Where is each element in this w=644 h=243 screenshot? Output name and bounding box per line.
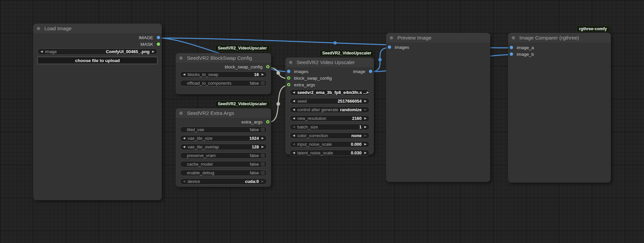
slot-dot-block-swap-config[interactable] [266, 65, 269, 68]
decrement-arrow-icon[interactable]: ◀ [293, 108, 295, 111]
node-header[interactable]: SeedVR2 Extra Args [176, 108, 271, 118]
toggle-knob[interactable] [260, 81, 265, 86]
decrement-arrow-icon[interactable]: ◀ [40, 50, 43, 53]
toggle-knob[interactable] [260, 162, 265, 167]
slot-dot-image-a[interactable] [510, 46, 513, 49]
widget-enable-debug[interactable]: enable_debug false [180, 170, 267, 176]
widget-tiled-vae[interactable]: tiled_vae false [180, 126, 267, 133]
node-preview-image[interactable]: Preview Image images [386, 33, 490, 182]
node-graph-canvas[interactable]: SeedVR2_VideoUpscaler SeedVR2_VideoUpsca… [0, 0, 644, 243]
node-header[interactable]: Image Comparer (rgthree) [508, 33, 611, 42]
decrement-arrow-icon[interactable]: ◀ [183, 137, 185, 140]
node-type-badge: rgthree-comfy [576, 26, 610, 32]
input-slot-block-swap-config: block_swap_config [285, 75, 374, 81]
increment-arrow-icon[interactable]: ▶ [152, 50, 154, 53]
node-title: Image Comparer (rgthree) [519, 35, 579, 41]
decrement-arrow-icon[interactable]: ◀ [183, 145, 185, 148]
widget-new-resolution[interactable]: ◀ new_resolution 2160 ▶ [290, 115, 370, 121]
node-load-image[interactable]: Load Image IMAGE MASK ◀ image ComfyUI_00… [33, 24, 162, 200]
widget-color-correction[interactable]: ◀ color_correction none ▶ [290, 132, 370, 139]
widget-vae-tile-overlap[interactable]: ◀ vae_tile_overlap 128 ▶ [180, 144, 267, 150]
node-extra-args[interactable]: SeedVR2 Extra Args extra_args tiled_vae … [176, 108, 271, 187]
increment-arrow-icon[interactable]: ▶ [367, 91, 369, 94]
collapse-dot-icon[interactable] [179, 112, 183, 115]
increment-arrow-icon[interactable]: ▶ [364, 143, 367, 146]
node-header[interactable]: Preview Image [386, 33, 490, 42]
decrement-arrow-icon[interactable]: ◀ [293, 143, 295, 146]
slot-dot-image-output[interactable] [369, 70, 372, 73]
increment-arrow-icon[interactable]: ▶ [364, 108, 367, 111]
increment-arrow-icon[interactable]: ▶ [364, 100, 367, 103]
increment-arrow-icon[interactable]: ▶ [364, 134, 367, 137]
node-type-badge: SeedVR2_VideoUpscaler [320, 50, 374, 56]
widget-control-after-generate[interactable]: ◀ control after generate randomize ▶ [290, 107, 370, 113]
increment-arrow-icon[interactable]: ▶ [262, 73, 264, 76]
decrement-arrow-icon[interactable]: ◀ [293, 117, 295, 120]
node-header[interactable]: SeedVR2 BlockSwap Config [176, 53, 271, 63]
output-slot-image: IMAGE [33, 34, 162, 41]
toggle-knob[interactable] [260, 153, 265, 158]
widget-batch-size[interactable]: ◀ batch_size 1 ▶ [290, 124, 370, 130]
decrement-arrow-icon[interactable]: ◀ [293, 125, 295, 128]
slot-dot-image-b[interactable] [510, 52, 513, 56]
slot-dot-mask[interactable] [157, 42, 160, 46]
slot-dot-image[interactable] [157, 36, 160, 39]
decrement-arrow-icon[interactable]: ◀ [293, 100, 295, 103]
widget-blocks-to-swap[interactable]: ◀ blocks_to_swap 16 ▶ [180, 71, 267, 78]
widget-offload-io-components[interactable]: offload_io_components false [180, 80, 267, 86]
widget-device[interactable]: ◀ device cuda:0 ▶ [180, 178, 267, 185]
node-header[interactable]: Load Image [33, 24, 162, 33]
input-slot-images: images [386, 44, 490, 50]
collapse-dot-icon[interactable] [512, 36, 515, 40]
widget-input-noise-scale[interactable]: ◀ input_noise_scale 0.000 ▶ [290, 141, 370, 147]
toggle-knob[interactable] [260, 127, 265, 132]
increment-arrow-icon[interactable]: ▶ [262, 137, 264, 140]
decrement-arrow-icon[interactable]: ◀ [293, 151, 295, 154]
widget-cache-model[interactable]: cache_model false [180, 161, 267, 167]
increment-arrow-icon[interactable]: ▶ [364, 151, 367, 154]
collapse-dot-icon[interactable] [37, 27, 40, 30]
link-midpoint-dot[interactable] [333, 41, 337, 44]
slot-dot-images[interactable] [287, 70, 290, 73]
node-video-upscaler[interactable]: SeedVR2 Video Upscaler images image bloc… [285, 57, 374, 154]
input-slot-image-a: image_a [508, 44, 611, 51]
link-midpoint-dot[interactable] [276, 71, 280, 75]
slot-dot-extra-args[interactable] [266, 120, 269, 123]
increment-arrow-icon[interactable]: ▶ [364, 125, 367, 128]
link-midpoint-dot[interactable] [379, 58, 382, 61]
toggle-knob[interactable] [260, 170, 265, 175]
node-blockswap-config[interactable]: SeedVR2 BlockSwap Config block_swap_conf… [176, 53, 271, 94]
widget-image-combo[interactable]: ◀ image ComfyUI_00465_.png ▶ [37, 48, 157, 55]
widget-seed[interactable]: ◀ seed 2517666054 ▶ [290, 98, 370, 104]
input-slot-extra-args: extra_args [285, 81, 374, 88]
collapse-dot-icon[interactable] [289, 61, 292, 64]
decrement-arrow-icon[interactable]: ◀ [293, 134, 295, 137]
decrement-arrow-icon[interactable]: ◀ [183, 180, 185, 183]
increment-arrow-icon[interactable]: ▶ [364, 117, 367, 120]
node-title: Load Image [44, 26, 72, 32]
output-slot-image: image [353, 69, 365, 74]
output-slot-mask: MASK [33, 41, 162, 47]
slot-dot-images[interactable] [388, 45, 391, 49]
upload-button[interactable]: choose file to upload [37, 57, 157, 64]
slot-dot-block-swap-config[interactable] [287, 76, 290, 80]
input-slot-images: images image [285, 68, 374, 75]
node-image-comparer[interactable]: Image Comparer (rgthree) image_a image_b [508, 33, 611, 183]
widget-vae-tile-size[interactable]: ◀ vae_tile_size 1024 ▶ [180, 135, 267, 141]
output-slot-extra-args: extra_args [176, 119, 271, 125]
slot-dot-extra-args[interactable] [287, 83, 290, 86]
collapse-dot-icon[interactable] [390, 36, 393, 40]
decrement-arrow-icon[interactable]: ◀ [183, 73, 185, 76]
node-type-badge: SeedVR2_VideoUpscaler [215, 101, 269, 107]
link-midpoint-dot[interactable] [276, 102, 280, 106]
increment-arrow-icon[interactable]: ▶ [262, 145, 264, 148]
increment-arrow-icon[interactable]: ▶ [262, 180, 264, 183]
widget-latent-noise-scale[interactable]: ◀ latent_noise_scale 0.030 ▶ [290, 150, 370, 156]
node-type-badge: SeedVR2_VideoUpscaler [215, 45, 269, 51]
collapse-dot-icon[interactable] [179, 56, 183, 60]
widget-model[interactable]: ◀ seedvr2_ema_3b_fp8_e4m3fn.s ... ▶ [290, 89, 370, 96]
node-title: SeedVR2 BlockSwap Config [187, 55, 252, 61]
decrement-arrow-icon[interactable]: ◀ [293, 91, 295, 94]
node-header[interactable]: SeedVR2 Video Upscaler [285, 57, 374, 67]
widget-preserve-vram[interactable]: preserve_vram false [180, 152, 267, 159]
